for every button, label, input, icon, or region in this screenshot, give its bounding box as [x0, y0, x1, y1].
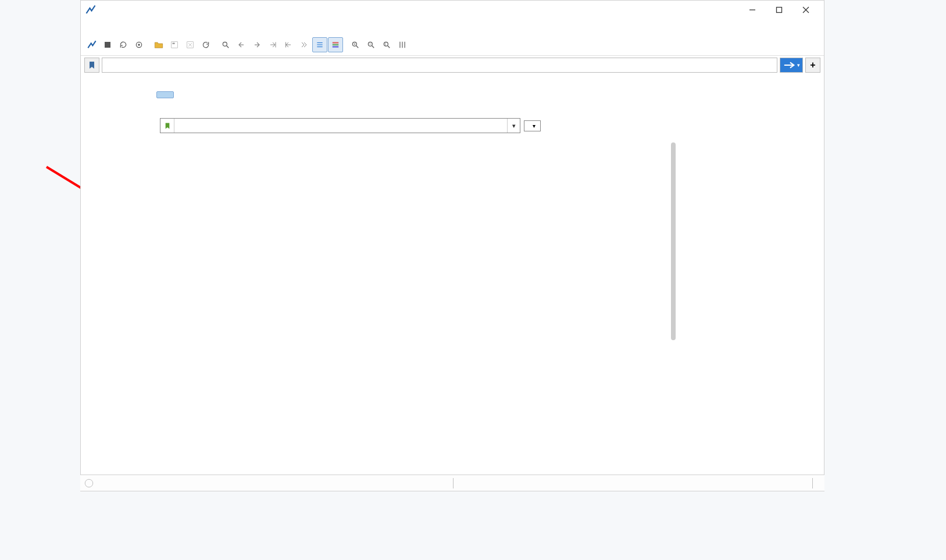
svg-rect-21 — [333, 44, 339, 45]
welcome-banner — [156, 91, 174, 98]
status-bar — [80, 475, 824, 491]
maximize-button[interactable] — [766, 1, 793, 19]
svg-rect-9 — [173, 43, 175, 44]
reload-button[interactable] — [198, 37, 213, 52]
display-filter-bar: ▾ + — [81, 55, 824, 74]
svg-text:1: 1 — [385, 43, 387, 46]
zoom-in-button[interactable] — [348, 37, 363, 52]
save-file-button[interactable] — [167, 37, 182, 52]
resize-columns-button[interactable] — [395, 37, 410, 52]
go-back-button[interactable] — [234, 37, 249, 52]
svg-rect-8 — [172, 42, 178, 48]
svg-rect-20 — [333, 42, 339, 43]
svg-line-28 — [372, 46, 374, 48]
find-button[interactable] — [218, 37, 233, 52]
svg-rect-22 — [333, 46, 339, 47]
go-to-packet-button[interactable] — [265, 37, 280, 52]
app-window: 1 ▾ + ▾ ▾ — [80, 0, 824, 491]
add-filter-button[interactable]: + — [805, 58, 820, 73]
wireshark-icon — [85, 5, 96, 15]
capture-filter-bookmark-icon[interactable] — [160, 119, 174, 133]
expert-info-icon[interactable] — [84, 478, 94, 488]
zoom-out-button[interactable] — [363, 37, 379, 52]
close-file-button[interactable] — [183, 37, 198, 52]
svg-line-31 — [388, 46, 390, 48]
minimize-button[interactable] — [739, 1, 766, 19]
go-first-button[interactable] — [281, 37, 296, 52]
svg-point-7 — [138, 44, 140, 46]
show-all-interfaces-select[interactable]: ▾ — [524, 120, 541, 131]
capture-filter-field: ▾ — [160, 118, 520, 133]
svg-rect-5 — [105, 42, 110, 48]
go-forward-button[interactable] — [249, 37, 265, 52]
open-file-button[interactable] — [151, 37, 166, 52]
start-capture-button[interactable] — [84, 37, 99, 52]
apply-filter-button[interactable]: ▾ — [780, 58, 803, 73]
svg-rect-2 — [777, 8, 782, 13]
restart-capture-button[interactable] — [116, 37, 131, 52]
interface-scrollbar[interactable] — [671, 142, 676, 340]
capture-filter-dropdown[interactable]: ▾ — [507, 119, 520, 133]
close-button[interactable] — [793, 1, 819, 19]
capture-filter-row: ▾ ▾ — [156, 118, 824, 133]
svg-line-14 — [227, 46, 229, 48]
colorize-button[interactable] — [328, 37, 343, 52]
svg-line-24 — [356, 46, 359, 48]
stop-capture-button[interactable] — [100, 37, 115, 52]
titlebar — [81, 1, 824, 19]
go-last-button[interactable] — [297, 37, 312, 52]
capture-filter-input[interactable] — [174, 119, 507, 133]
welcome-page: ▾ ▾ — [81, 74, 824, 491]
svg-point-36 — [85, 479, 93, 487]
auto-scroll-button[interactable] — [312, 37, 327, 52]
toolbar: 1 — [81, 35, 824, 54]
menubar — [81, 19, 824, 35]
zoom-reset-button[interactable]: 1 — [379, 37, 394, 52]
filter-bookmark-button[interactable] — [84, 58, 99, 73]
svg-point-13 — [223, 42, 227, 46]
display-filter-input[interactable] — [102, 58, 777, 73]
capture-options-button[interactable] — [131, 37, 147, 52]
